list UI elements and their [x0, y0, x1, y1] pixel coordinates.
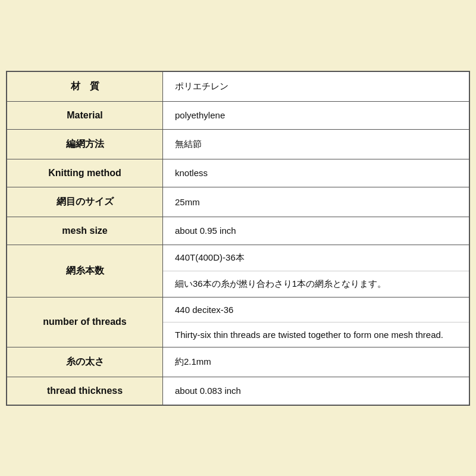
product-table: 材 質ポリエチレンMaterialpolyethylene編網方法無結節Knit…	[6, 71, 470, 406]
row-thickness-ja: 糸の太さ約2.1mm	[7, 347, 469, 377]
value-material-ja: ポリエチレン	[163, 72, 469, 101]
label-thickness-ja: 糸の太さ	[7, 347, 163, 377]
value-threads-en: 440 decitex-36Thirty-six thin threads ar…	[163, 298, 469, 347]
value-mesh-en: about 0.95 inch	[163, 217, 469, 245]
label-mesh-ja: 網目のサイズ	[7, 187, 163, 217]
value-threads-ja: 440T(400D)-36本細い36本の糸が撚り合わさり1本の網糸となります。	[163, 245, 469, 297]
label-material-en: Material	[7, 102, 163, 129]
value-line-threads-ja-0: 440T(400D)-36本	[163, 245, 469, 271]
value-material-en: polyethylene	[163, 102, 469, 129]
value-thickness-ja: 約2.1mm	[163, 347, 469, 377]
value-line-threads-ja-1: 細い36本の糸が撚り合わさり1本の網糸となります。	[163, 271, 469, 297]
value-thickness-en: about 0.083 inch	[163, 377, 469, 405]
value-line-threads-en-0: 440 decitex-36	[163, 298, 469, 322]
row-thickness-en: thread thicknessabout 0.083 inch	[7, 377, 469, 405]
row-mesh-en: mesh sizeabout 0.95 inch	[7, 217, 469, 245]
row-knitting-en: Knitting methodknotless	[7, 159, 469, 187]
row-mesh-ja: 網目のサイズ25mm	[7, 187, 469, 217]
value-knitting-en: knotless	[163, 159, 469, 187]
label-thickness-en: thread thickness	[7, 377, 163, 405]
row-threads-en: number of threads440 decitex-36Thirty-si…	[7, 298, 469, 347]
row-material-en: Materialpolyethylene	[7, 102, 469, 130]
label-knitting-en: Knitting method	[7, 159, 163, 187]
value-line-threads-en-1: Thirty-six thin threads are twisted toge…	[163, 322, 469, 347]
row-material-ja: 材 質ポリエチレン	[7, 72, 469, 102]
row-threads-ja: 網糸本数440T(400D)-36本細い36本の糸が撚り合わさり1本の網糸となり…	[7, 245, 469, 298]
label-threads-en: number of threads	[7, 298, 163, 347]
row-knitting-ja: 編網方法無結節	[7, 130, 469, 159]
label-material-ja: 材 質	[7, 72, 163, 101]
value-knitting-ja: 無結節	[163, 130, 469, 159]
label-knitting-ja: 編網方法	[7, 130, 163, 159]
value-mesh-ja: 25mm	[163, 187, 469, 217]
label-threads-ja: 網糸本数	[7, 245, 163, 297]
label-mesh-en: mesh size	[7, 217, 163, 245]
